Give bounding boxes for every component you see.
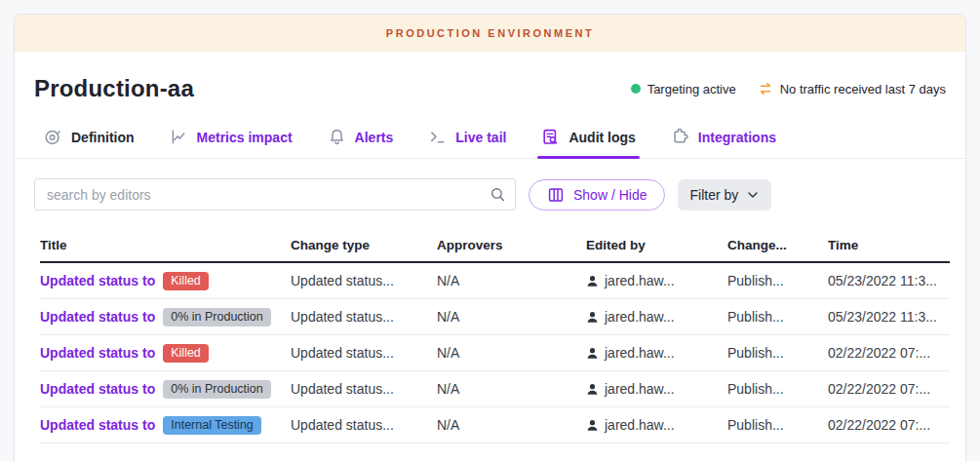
column-header-approvers: Approvers: [437, 238, 586, 252]
edited-by-cell: jared.haw...: [586, 273, 727, 288]
chevron-down-icon: [746, 188, 760, 202]
tab-metrics-impact-label: Metrics impact: [197, 130, 293, 145]
tab-live-tail-label: Live tail: [455, 130, 506, 145]
green-dot-icon: [631, 84, 641, 94]
banner-text: PRODUCTION ENVIRONMENT: [386, 27, 594, 39]
metrics-icon: [170, 128, 188, 146]
status-badge-production: 0% in Production: [163, 380, 271, 399]
edited-by-value: jared.haw...: [605, 309, 675, 325]
row-title-link[interactable]: Updated status to: [40, 273, 155, 288]
search-icon: [490, 186, 506, 203]
status-badge-production: 0% in Production: [163, 308, 271, 327]
targeting-status-label: Targeting active: [647, 82, 736, 96]
approvers-cell: N/A: [437, 309, 586, 325]
bell-icon: [328, 128, 346, 146]
change-cell: Publish...: [727, 273, 828, 288]
change-type-cell: Updated status...: [291, 309, 437, 325]
table-header-row: Title Change type Approvers Edited by Ch…: [40, 228, 950, 263]
table-row: Updated status to 0% in Production Updat…: [40, 371, 950, 407]
tab-integrations[interactable]: Integrations: [671, 116, 776, 158]
time-cell: 02/22/2022 07:...: [828, 345, 950, 361]
column-header-title: Title: [40, 238, 291, 252]
search-input[interactable]: [34, 178, 516, 211]
environment-card: PRODUCTION ENVIRONMENT Production-aa Tar…: [14, 14, 966, 461]
edited-by-value: jared.haw...: [605, 273, 675, 288]
edited-by-cell: jared.haw...: [586, 417, 727, 433]
row-title-link[interactable]: Updated status to: [40, 309, 155, 325]
status-badge-killed: Killed: [163, 344, 209, 363]
tab-alerts[interactable]: Alerts: [328, 116, 394, 158]
row-title-link[interactable]: Updated status to: [40, 381, 155, 397]
puzzle-icon: [671, 128, 689, 146]
page-title: Production-aa: [34, 75, 194, 102]
change-cell: Publish...: [727, 309, 828, 325]
person-icon: [586, 275, 599, 288]
tab-alerts-label: Alerts: [355, 130, 394, 145]
change-type-cell: Updated status...: [291, 273, 437, 288]
tab-audit-logs-label: Audit logs: [568, 130, 635, 145]
search-input-wrapper: [34, 178, 516, 211]
time-cell: 02/22/2022 07:...: [828, 381, 950, 397]
status-badge-killed: Killed: [163, 272, 209, 290]
audit-log-icon: [541, 128, 560, 146]
tab-definition-label: Definition: [71, 130, 135, 145]
edited-by-value: jared.haw...: [605, 345, 675, 361]
targeting-status: Targeting active: [631, 82, 736, 96]
column-header-edited-by: Edited by: [586, 238, 727, 252]
row-title-link[interactable]: Updated status to: [40, 345, 155, 361]
definition-icon: [44, 128, 62, 146]
approvers-cell: N/A: [437, 345, 586, 361]
change-type-cell: Updated status...: [291, 381, 437, 397]
audit-logs-table: Title Change type Approvers Edited by Ch…: [40, 228, 950, 443]
toolbar: Show / Hide Filter by: [15, 159, 965, 222]
table-row: Updated status to 0% in Production Updat…: [40, 299, 950, 335]
column-header-time: Time: [828, 238, 950, 252]
tab-bar: Definition Metrics impact Alerts Live ta…: [15, 116, 965, 159]
status-badge-internal-testing: Internal Testing: [163, 416, 261, 435]
edited-by-cell: jared.haw...: [586, 345, 727, 361]
person-icon: [586, 383, 599, 396]
approvers-cell: N/A: [437, 381, 586, 397]
column-header-change-type: Change type: [291, 238, 437, 252]
terminal-icon: [428, 128, 447, 146]
tab-audit-logs[interactable]: Audit logs: [541, 116, 635, 158]
page-header: Production-aa Targeting active No traffi…: [15, 52, 965, 116]
columns-icon: [547, 186, 565, 204]
filter-by-button[interactable]: Filter by: [678, 179, 771, 211]
row-title-link[interactable]: Updated status to: [40, 417, 155, 433]
change-type-cell: Updated status...: [291, 417, 437, 433]
table-row: Updated status to Internal Testing Updat…: [40, 407, 950, 443]
change-cell: Publish...: [727, 417, 828, 433]
edited-by-value: jared.haw...: [605, 381, 675, 397]
filter-by-label: Filter by: [689, 187, 738, 203]
tab-integrations-label: Integrations: [698, 130, 776, 145]
approvers-cell: N/A: [437, 273, 586, 288]
tab-live-tail[interactable]: Live tail: [428, 116, 506, 158]
time-cell: 05/23/2022 11:3...: [828, 309, 950, 325]
change-cell: Publish...: [727, 345, 828, 361]
person-icon: [586, 419, 599, 432]
edited-by-cell: jared.haw...: [586, 309, 727, 325]
table-row: Updated status to Killed Updated status.…: [40, 335, 950, 371]
tab-definition[interactable]: Definition: [44, 116, 135, 158]
table-row: Updated status to Killed Updated status.…: [40, 263, 950, 299]
traffic-arrows-icon: [758, 81, 773, 96]
traffic-status: No traffic received last 7 days: [758, 81, 946, 96]
column-header-change: Change...: [727, 238, 828, 252]
time-cell: 05/23/2022 11:3...: [828, 273, 950, 288]
person-icon: [586, 347, 599, 360]
edited-by-value: jared.haw...: [605, 417, 675, 433]
traffic-status-label: No traffic received last 7 days: [780, 82, 946, 96]
person-icon: [586, 311, 599, 324]
show-hide-label: Show / Hide: [573, 187, 647, 203]
time-cell: 02/22/2022 07:...: [828, 417, 950, 433]
approvers-cell: N/A: [437, 417, 586, 433]
change-cell: Publish...: [727, 381, 828, 397]
production-environment-banner: PRODUCTION ENVIRONMENT: [15, 15, 965, 52]
change-type-cell: Updated status...: [291, 345, 437, 361]
show-hide-button[interactable]: Show / Hide: [529, 179, 665, 211]
tab-metrics-impact[interactable]: Metrics impact: [170, 116, 293, 158]
status-group: Targeting active No traffic received las…: [631, 81, 946, 96]
edited-by-cell: jared.haw...: [586, 381, 727, 397]
